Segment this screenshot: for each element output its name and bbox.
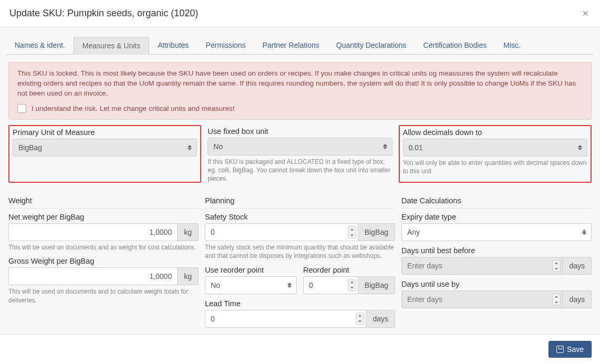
save-button-label: Save [567, 345, 584, 353]
gross-weight-label: Gross Weight per BigBag [8, 257, 199, 265]
fixed-box-label: Use fixed box unit [208, 127, 392, 136]
primary-uom-group: Primary Unit of Measure BigBag [8, 125, 201, 183]
locked-alert: This SKU is locked. This is most likely … [8, 62, 592, 120]
gross-weight-input[interactable] [8, 267, 178, 285]
safety-stock-label: Safety Stock [205, 213, 395, 221]
planning-section: Planning [205, 196, 395, 209]
gross-weight-hint: This will be used on documents and to ca… [8, 287, 199, 304]
use-by-unit: days [563, 290, 592, 308]
decimals-select[interactable]: 0.01 [403, 139, 587, 157]
tab-bar: Names & ident. Measures & Units Attribut… [6, 27, 594, 55]
tab-partner-relations[interactable]: Partner Relations [254, 37, 328, 54]
primary-uom-select[interactable]: BigBag [13, 139, 197, 157]
stepper-icon[interactable] [552, 260, 561, 272]
risk-checkbox-label: I understand the risk. Let me change cri… [32, 105, 234, 112]
tab-certification-bodies[interactable]: Certification Bodies [415, 37, 495, 54]
use-reorder-label: Use reorder point [205, 266, 297, 274]
lead-time-input[interactable] [205, 310, 366, 328]
decimals-label: Allow decimals down to [403, 128, 587, 137]
close-icon[interactable]: × [580, 7, 591, 19]
reorder-unit: BigBag [358, 276, 395, 294]
chevron-updown-icon [582, 230, 586, 235]
stepper-icon[interactable] [356, 313, 364, 325]
best-before-unit: days [563, 257, 592, 275]
best-before-input[interactable] [401, 257, 563, 275]
chevron-updown-icon [287, 283, 292, 288]
fixed-box-select[interactable]: No [208, 138, 392, 155]
reorder-label: Reorder point [303, 266, 395, 274]
save-icon [556, 346, 564, 353]
safety-stock-hint: The safety stock sets the minimum quanti… [205, 243, 395, 260]
fixed-box-hint: If this SKU is packaged and ALLOCATED in… [208, 158, 392, 183]
tab-measures-units[interactable]: Measures & Units [74, 37, 149, 55]
chevron-updown-icon [188, 145, 192, 150]
decimals-group: Allow decimals down to 0.01 You will onl… [399, 125, 592, 183]
tab-attributes[interactable]: Attributes [149, 37, 197, 54]
tab-quantity-declarations[interactable]: Quantity Declarations [328, 37, 415, 54]
net-weight-label: Net weight per BigBag [8, 213, 199, 221]
tab-permissions[interactable]: Permissions [197, 37, 254, 54]
weight-section: Weight [8, 196, 199, 209]
expiry-type-select[interactable]: Any [401, 223, 592, 241]
lead-time-unit: days [366, 310, 395, 328]
dates-section: Date Calculations [401, 196, 592, 209]
gross-weight-unit: kg [178, 267, 199, 285]
best-before-label: Days until best before [401, 246, 592, 255]
risk-checkbox[interactable] [17, 104, 26, 113]
net-weight-input[interactable] [8, 223, 178, 241]
net-weight-hint: This will be used on documents and as we… [8, 243, 199, 252]
stepper-icon[interactable] [348, 279, 356, 291]
alert-text: This SKU is locked. This is most likely … [17, 69, 583, 99]
save-button[interactable]: Save [549, 341, 592, 358]
net-weight-unit: kg [178, 223, 199, 241]
tab-names-ident[interactable]: Names & ident. [6, 37, 74, 54]
lead-time-label: Lead Time [205, 299, 395, 308]
use-by-input[interactable] [401, 290, 563, 308]
primary-uom-label: Primary Unit of Measure [13, 128, 197, 137]
chevron-updown-icon [383, 144, 387, 149]
decimals-hint: You will only be able to enter quantitie… [403, 159, 587, 175]
safety-stock-unit: BigBag [358, 223, 395, 241]
stepper-icon[interactable] [348, 226, 356, 238]
use-by-label: Days until use by [401, 280, 592, 288]
chevron-updown-icon [578, 145, 582, 150]
stepper-icon[interactable] [552, 294, 561, 306]
modal-title: Update SKU: Pumpkin seeds, organic (1020… [9, 8, 198, 19]
use-reorder-select[interactable]: No [205, 276, 297, 294]
safety-stock-input[interactable] [205, 223, 358, 241]
expiry-type-label: Expiry date type [401, 213, 592, 221]
tab-misc[interactable]: Misc. [495, 37, 529, 54]
